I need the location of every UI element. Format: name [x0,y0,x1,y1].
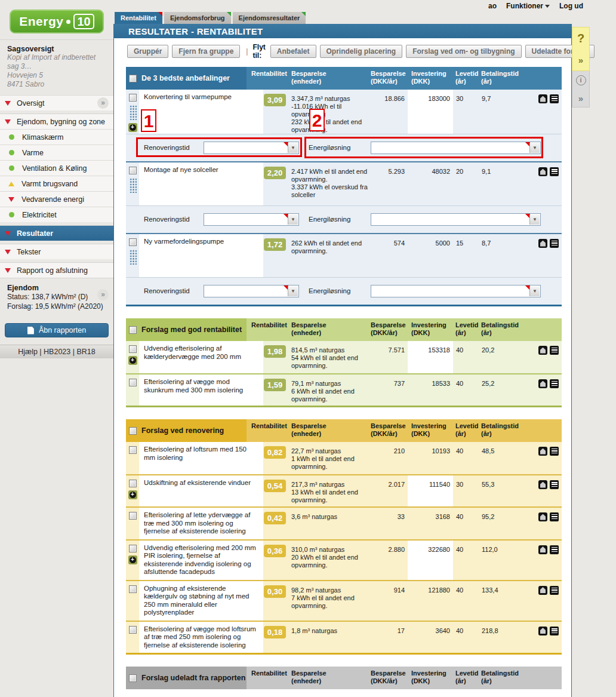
tab-ejendomsforbrug[interactable]: Ejendomsforbrug [164,12,231,24]
group-button[interactable]: Gruppér [127,45,168,58]
nav-marker-icon [5,250,11,254]
recommended-button[interactable]: Anbefalet [270,45,316,58]
select-all-checkbox[interactable] [129,75,137,82]
row-checkbox[interactable] [129,167,137,174]
house-icon[interactable] [538,627,547,635]
notes-icon[interactable] [550,545,559,554]
notes-icon[interactable] [550,346,559,355]
energy-solution-select[interactable]: ▼ [371,285,541,297]
functions-menu[interactable]: Funktioner [506,2,550,10]
col-header-besparelse-dkk: Besparelse (DKK/år) [371,422,411,442]
row-checkbox[interactable] [129,512,137,520]
sidebar-item-resultater[interactable]: Resultater » [0,225,113,241]
row-checkbox[interactable] [129,480,137,487]
row-checkbox[interactable] [129,585,137,593]
logo-dot-icon [66,20,70,24]
house-icon[interactable] [538,94,547,103]
notes-icon[interactable] [550,94,559,103]
renovation-time-select[interactable]: ▼ [204,285,299,297]
notes-icon[interactable] [550,627,559,635]
col-header-besparelse-enheder: Besparelse (enheder) [291,321,371,341]
savings-units: 79,1 m³ naturgas 6 kWh el til andet end … [291,374,371,406]
payback-value: 9,7 [479,90,537,134]
house-icon[interactable] [538,545,547,554]
select-all-checkbox[interactable] [129,674,137,682]
rebuild-proposals-button[interactable]: Forslag ved om- og tilbygning [406,45,521,58]
open-report-button[interactable]: Åbn rapporten [5,323,109,337]
renovation-time-select[interactable]: ▼ [204,142,299,154]
row-checkbox[interactable] [129,446,137,454]
tab-rentabilitet[interactable]: Rentabilitet [115,12,162,24]
proposal-name: Udvendig efterisolering med 200 mm PIR i… [139,541,263,580]
notes-icon[interactable] [550,167,559,176]
expand-chevron-icon[interactable]: » [97,97,109,109]
sidebar-item-elektricitet[interactable]: Elektricitet » [0,207,113,222]
select-all-checkbox[interactable] [129,326,137,334]
row-checkbox[interactable] [129,94,137,102]
expand-button[interactable]: + [128,123,137,132]
sidebar-item-tekster[interactable]: Tekster » [0,244,113,259]
savings-units: 262 kWh el til andet end opvarmning. [291,234,371,277]
house-icon[interactable] [538,447,547,456]
sidebar-item-label: Varme [22,149,44,157]
energy-solution-select[interactable]: ▼ [371,142,541,154]
expand-panel-icon[interactable]: » [572,49,589,70]
sidebar-footer-links[interactable]: Hjælp | HB2023 | BR18 [0,345,113,358]
house-icon[interactable] [538,512,547,521]
row-checkbox[interactable] [129,545,137,552]
sidebar-item-rapport-og-afslutning[interactable]: Rapport og afslutning » [0,262,113,278]
house-icon[interactable] [538,586,547,595]
info-icon[interactable]: i [572,71,589,89]
nav-marker-icon [5,231,11,236]
tab-ejendomsresultater[interactable]: Ejendomsresultater [233,12,306,24]
remove-from-group-button[interactable]: Fjern fra gruppe [172,45,240,58]
energy10-logo: Energy 10 [10,10,104,33]
renovation-time-select[interactable]: ▼ [204,213,299,226]
drag-handle[interactable] [129,249,137,265]
expand-button[interactable]: + [128,490,137,499]
notes-icon[interactable] [550,586,559,595]
energy-solution-select[interactable]: ▼ [371,213,541,226]
logout-link[interactable]: Log ud [559,2,583,10]
house-icon[interactable] [538,239,547,248]
expand-button[interactable]: + [128,356,137,365]
sidebar-item-klimask-rm[interactable]: Klimaskærm » [0,129,113,145]
drag-handle[interactable] [129,105,137,120]
sidebar-item-label: Klimaskærm [22,133,63,142]
sidebar-item-vedvarende-energi[interactable]: Vedvarende energi » [0,191,113,207]
select-all-checkbox[interactable] [129,427,137,435]
logo-number: 10 [73,14,94,29]
expand-chevron-icon[interactable]: » [97,289,109,300]
original-placement-button[interactable]: Oprindelig placering [320,45,403,58]
notes-icon[interactable] [550,480,559,489]
more-panel-icon[interactable]: » [572,89,589,107]
sidebar-item-ejendom-bygning-og-zone[interactable]: Ejendom, bygning og zone » [0,113,113,129]
dropdown-arrow-icon: ▼ [288,286,298,296]
proposal-table: Forslag ved renovering Rentabilitet Besp… [126,419,562,655]
notes-icon[interactable] [550,379,559,388]
proposal-row: + Konvertering til varmepumpe 3,09 3.347… [126,90,562,134]
col-header-levetid: Levetid (år) [455,321,481,341]
notes-icon[interactable] [550,447,559,456]
payback-value: 20,2 [479,341,537,373]
sidebar-item-ventilation-k-ling[interactable]: Ventilation & Køling » [0,160,113,176]
house-icon[interactable] [538,167,547,176]
notes-icon[interactable] [550,512,559,521]
sidebar-item-label: Oversigt [17,99,45,108]
sidebar-item-oversigt[interactable]: Oversigt » [0,95,113,110]
row-checkbox[interactable] [129,238,137,246]
expand-button[interactable]: + [128,555,137,564]
sidebar-item-label: Ventilation & Køling [22,164,87,173]
help-icon[interactable]: ? [572,27,589,49]
sidebar-item-varme[interactable]: Varme » [0,145,113,160]
house-icon[interactable] [538,379,547,388]
sidebar-item-varmt-brugsvand[interactable]: Varmt brugsvand » [0,176,113,191]
row-checkbox[interactable] [129,626,137,634]
house-icon[interactable] [538,346,547,355]
investment-value: 48032 [408,162,453,205]
notes-icon[interactable] [550,239,559,248]
row-checkbox[interactable] [129,379,137,386]
house-icon[interactable] [538,480,547,489]
drag-handle[interactable] [129,177,137,193]
row-checkbox[interactable] [129,345,137,353]
